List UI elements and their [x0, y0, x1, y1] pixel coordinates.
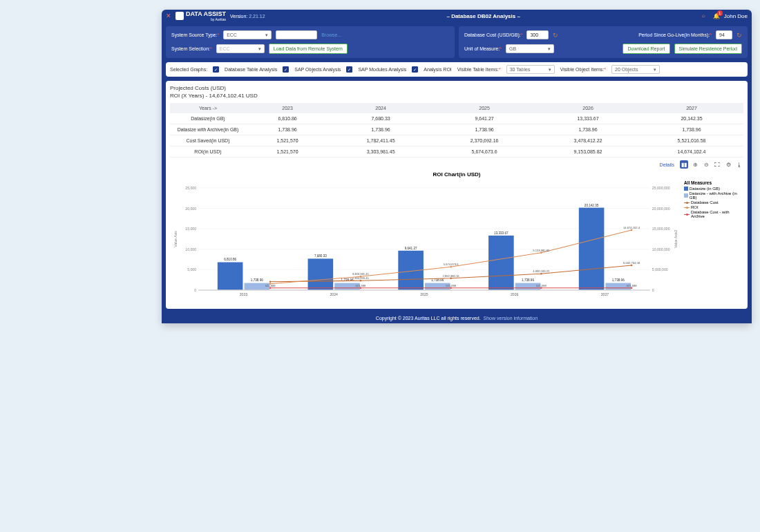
uom-select[interactable]: GB	[506, 44, 554, 53]
svg-text:20,000: 20,000	[185, 207, 196, 211]
svg-point-52	[631, 265, 632, 266]
svg-text:1,738.96: 1,738.96	[612, 279, 625, 283]
download-report-button[interactable]: Download Report	[623, 44, 669, 54]
close-icon[interactable]: ✕	[166, 12, 171, 19]
refresh-cost-icon[interactable]: ↻	[553, 32, 558, 39]
details-link[interactable]: Details	[660, 162, 674, 167]
search-icon[interactable]: ⌕	[702, 12, 709, 19]
svg-text:5,000,000: 5,000,000	[652, 267, 668, 272]
svg-text:9,153,085.82: 9,153,085.82	[533, 249, 550, 252]
graph-selection-bar: Selected Graphs: ✓Database Table Analysi…	[166, 62, 748, 77]
zoom-out-icon[interactable]: ⊖	[702, 160, 710, 169]
legend-item: Database Cost - with Archive	[684, 210, 743, 218]
user-name[interactable]: John Doe	[724, 13, 748, 19]
system-panel: System Source Type:* ECC Browse... Syste…	[166, 26, 455, 58]
app-logo: ☰ DATA ASSIST by Auritas	[175, 10, 226, 21]
svg-rect-40	[579, 208, 605, 290]
svg-text:14,674,102.4: 14,674,102.4	[623, 226, 640, 229]
svg-text:2,892,380.16: 2,892,380.16	[443, 274, 460, 278]
selection-select[interactable]: ECC	[216, 44, 265, 53]
svg-text:10,000: 10,000	[185, 247, 196, 251]
svg-text:15,000,000: 15,000,000	[652, 227, 670, 231]
settings-icon[interactable]: ⚙	[724, 160, 732, 169]
svg-point-48	[450, 278, 451, 279]
svg-rect-35	[488, 236, 514, 290]
chart-title: ROI Chart(in USD)	[170, 171, 743, 178]
svg-text:20,142.35: 20,142.35	[585, 204, 599, 207]
browse-button[interactable]: Browse...	[321, 32, 341, 37]
svg-point-65	[360, 287, 361, 289]
section-title: Projected Costs (USD)	[170, 85, 743, 91]
period-input[interactable]	[716, 30, 732, 39]
svg-text:4,000,100.22: 4,000,100.22	[533, 269, 550, 273]
svg-text:2023: 2023	[240, 292, 248, 296]
table-row: Datasize with Archive(in GB)1,738.961,73…	[170, 124, 743, 135]
brand-name: DATA ASSIST	[186, 10, 226, 17]
legend-item: Database Cost	[684, 200, 743, 205]
svg-text:6,810.86: 6,810.86	[224, 258, 236, 261]
checkbox[interactable]: ✓	[283, 66, 289, 73]
download-icon[interactable]: ⭳	[735, 160, 743, 169]
svg-text:15,000: 15,000	[185, 227, 196, 231]
svg-point-63	[269, 287, 271, 289]
version-label: Version: 2.21.12	[230, 14, 265, 19]
svg-point-55	[360, 276, 361, 277]
svg-point-57	[450, 266, 451, 267]
graph-option: SAP Modules Analysis	[358, 67, 406, 72]
table-row: Cost Saved(in USD)1,521,5701,782,411.452…	[170, 135, 743, 146]
vti-select[interactable]: 30 Tables	[506, 65, 555, 74]
checkbox[interactable]: ✓	[346, 66, 352, 73]
refresh-period-icon[interactable]: ↻	[737, 32, 742, 39]
svg-point-69	[540, 287, 542, 289]
svg-text:2026: 2026	[511, 292, 519, 296]
simulate-button[interactable]: Simulate Residence Period	[674, 44, 742, 54]
svg-text:1,738.96: 1,738.96	[431, 279, 444, 283]
load-data-button[interactable]: Load Data from Remote System	[269, 44, 348, 54]
legend-item: Datasize - with Archive (in GB)	[684, 191, 743, 200]
svg-text:7,680.33: 7,680.33	[314, 254, 327, 258]
legend-item: Datasize (in GB)	[684, 187, 743, 191]
svg-point-61	[631, 229, 632, 231]
chart-canvas: 05,00010,00015,00020,00025,00005,000,000…	[170, 180, 681, 305]
uom-label: Unit of Measure:*	[464, 46, 502, 51]
source-type-label: System Source Type:*	[171, 32, 219, 37]
chart-legend: All Measures Datasize (in GB)Datasize - …	[681, 180, 743, 305]
bar-chart-icon[interactable]: ▮▮	[680, 160, 688, 169]
svg-text:521,688: 521,688	[627, 284, 638, 287]
svg-text:5,674,673.6: 5,674,673.6	[444, 263, 459, 266]
svg-point-50	[540, 273, 542, 274]
version-info-link[interactable]: Show version information	[484, 316, 538, 321]
roi-summary: ROI (X Years) - 14,674,102.41 USD	[170, 93, 743, 99]
svg-text:Value Axis: Value Axis	[173, 231, 178, 247]
roi-chart: 05,00010,00015,00020,00025,00005,000,000…	[170, 180, 743, 305]
svg-text:9,641.27: 9,641.27	[405, 247, 417, 250]
svg-text:25,000: 25,000	[185, 186, 196, 190]
selection-label: System Selection:*	[171, 46, 212, 51]
db-cost-input[interactable]	[526, 30, 549, 39]
svg-text:3,303,981.45: 3,303,981.45	[352, 272, 370, 276]
notification-icon[interactable]: 🔔 1	[713, 13, 720, 19]
svg-text:521,688: 521,688	[446, 284, 457, 287]
content-area: Projected Costs (USD) ROI (X Years) - 14…	[166, 81, 748, 309]
file-input[interactable]	[276, 30, 317, 39]
table-row: Datasize(in GB)6,810.867,680.339,641.271…	[170, 113, 743, 124]
chart-toolbar: Details ▮▮ ⊕ ⊖ ⛶ ⚙ ⭳	[170, 160, 743, 169]
vti-label: Visible Table Items:*	[457, 67, 501, 72]
svg-text:0: 0	[652, 288, 654, 292]
svg-text:2024: 2024	[330, 292, 339, 296]
source-type-select[interactable]: ECC	[223, 30, 272, 39]
voi-select[interactable]: 20 Objects	[611, 65, 660, 74]
period-label: Period Since Go-Live(in Months):*	[638, 32, 712, 37]
graph-option: Analysis ROI	[424, 67, 451, 72]
svg-text:20,000,000: 20,000,000	[652, 207, 670, 211]
svg-point-46	[360, 280, 361, 281]
checkbox[interactable]: ✓	[412, 66, 418, 73]
selected-graphs-label: Selected Graphs:	[170, 67, 207, 72]
zoom-in-icon[interactable]: ⊕	[691, 160, 699, 169]
fullscreen-icon[interactable]: ⛶	[713, 160, 721, 169]
svg-point-45	[269, 281, 271, 283]
svg-text:10,000,000: 10,000,000	[652, 247, 670, 251]
titlebar: ✕ ☰ DATA ASSIST by Auritas Version: 2.21…	[162, 10, 752, 22]
logo-icon: ☰	[175, 12, 184, 20]
checkbox[interactable]: ✓	[213, 66, 219, 73]
